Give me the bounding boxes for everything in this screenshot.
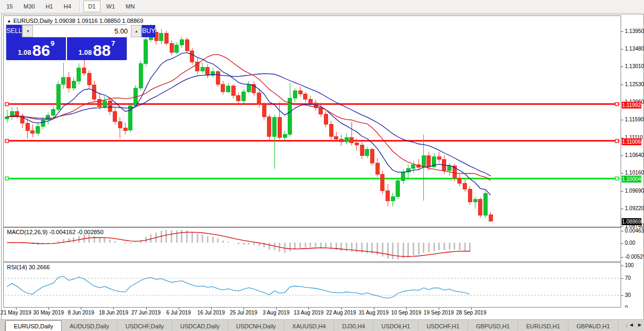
- chart-tab-dj30-h4[interactable]: DJ30,H4: [334, 321, 374, 331]
- date-label: 31 Aug 2019: [359, 310, 389, 316]
- buy-price-pip: 7: [111, 40, 115, 47]
- price-tick-label: 1.11590: [625, 117, 643, 122]
- chart-tab-audusd-daily[interactable]: AUDUSD,Daily: [62, 321, 118, 331]
- timeframe-button-mn[interactable]: MN: [121, 1, 139, 12]
- chart-tab-gbpusd-h1[interactable]: GBPUSD,H1: [468, 321, 518, 331]
- tab-scroll-right-icon[interactable]: ▶: [635, 320, 644, 330]
- price-tick-mark: [621, 67, 623, 67]
- price-tick-mark: [621, 31, 623, 32]
- price-tick-mark: [621, 120, 623, 120]
- date-label: 10 Sep 2019: [391, 310, 421, 316]
- chart-tab-usdchf-daily[interactable]: USDCHF,Daily: [118, 321, 172, 331]
- line-handle[interactable]: [5, 103, 9, 106]
- date-label: 21 May 2019: [1, 310, 31, 316]
- rsi-tick-mark: [621, 266, 623, 266]
- macd-tick-label: 0.00: [625, 240, 635, 246]
- date-label: 16 Jul 2019: [197, 310, 225, 316]
- chart-tab-xauusd-h4[interactable]: XAUUSD,H4: [285, 321, 334, 331]
- timeframe-button-d1[interactable]: D1: [83, 1, 101, 12]
- timeframe-button-w1[interactable]: W1: [102, 1, 120, 12]
- rsi-line: [7, 276, 470, 298]
- price-tick-mark: [621, 226, 623, 227]
- macd-indicator-label: MACD(12,26,9) -0.004162 -0.002850: [7, 229, 104, 235]
- volume-decrease-icon[interactable]: ▼: [22, 25, 33, 37]
- price-tick-label: 1.13950: [625, 28, 644, 34]
- buy-price-big: 88: [93, 43, 111, 58]
- price-tick-mark: [621, 191, 623, 192]
- chart-window: ▲EURUSD,Daily 1.09038 1.09116 1.08850 1.…: [1, 14, 644, 320]
- one-click-trading-panel: SELL ▼ ▲ BUY 1.08869 1.08887: [6, 24, 127, 60]
- date-label: 22 Aug 2019: [326, 310, 356, 316]
- tab-scroll-arrows: ◀ ▶: [627, 320, 644, 331]
- date-label: 27 Jun 2019: [131, 310, 161, 316]
- macd-tick-label: -0.005299: [625, 254, 644, 260]
- timeframe-button-15[interactable]: 15: [2, 1, 18, 12]
- date-label: 6 Jul 2019: [166, 310, 191, 316]
- horizontal-line-1.11006[interactable]: [5, 139, 620, 143]
- date-label: 13 Aug 2019: [294, 310, 323, 316]
- date-label: 8 Jun 2019: [68, 310, 95, 316]
- price-tick-mark: [621, 49, 623, 49]
- price-tick-mark: [621, 173, 623, 173]
- date-label: 3 Aug 2019: [263, 310, 290, 316]
- rsi-tick-mark: [621, 278, 623, 279]
- price-tick-label: 1.10640: [625, 152, 644, 158]
- price-tick-mark: [621, 209, 623, 209]
- chart-title: ▲EURUSD,Daily 1.09038 1.09116 1.08850 1.…: [7, 18, 143, 24]
- macd-tick-mark: [621, 257, 623, 258]
- rsi-tick-label: 30: [625, 292, 631, 298]
- chart-tab-usdcnh-daily[interactable]: USDCNH,Daily: [228, 321, 285, 331]
- sell-button[interactable]: SELL: [6, 25, 22, 37]
- rsi-indicator-label: RSI(14) 30.2666: [7, 264, 50, 270]
- price-tag-1.11992: 1.11992: [622, 102, 641, 109]
- date-label: 25 Jul 2019: [230, 310, 257, 316]
- price-tick-label: 1.13010: [625, 63, 644, 69]
- macd-tick-mark: [621, 231, 623, 231]
- chart-tab-usdoil-h1[interactable]: USDOil,H1: [373, 321, 419, 331]
- date-label: 18 Jun 2019: [99, 310, 128, 316]
- timeframe-button-h4[interactable]: H4: [59, 1, 76, 12]
- rsi-pane[interactable]: [3, 262, 621, 308]
- trading-platform-window: 15M30H1H4D1W1MN ▲EURUSD,Daily 1.09038 1.…: [0, 0, 644, 331]
- chart-tab-eurusd-daily[interactable]: EURUSD,Daily: [5, 320, 62, 331]
- chart-tab-usdchf-h1[interactable]: USDCHF,H1: [419, 321, 468, 331]
- line-handle[interactable]: [5, 177, 9, 180]
- volume-input[interactable]: [33, 25, 131, 37]
- price-tick-mark: [621, 85, 623, 85]
- price-tick-mark: [621, 155, 623, 156]
- price-tick-label: 1.10160: [625, 170, 644, 176]
- date-label: 30 May 2019: [33, 310, 64, 316]
- sell-price-pip: 9: [51, 40, 54, 47]
- buy-price-display[interactable]: 1.08887: [67, 37, 127, 60]
- date-label: 19 Sep 2019: [424, 310, 454, 316]
- volume-increase-icon[interactable]: ▲: [131, 25, 141, 37]
- date-label: 28 Sep 2019: [456, 310, 487, 316]
- timeframe-button-m30[interactable]: M30: [19, 1, 39, 12]
- rsi-tick-label: 70: [625, 275, 631, 281]
- collapse-arrow-icon[interactable]: ▲: [7, 19, 11, 23]
- price-tick-label: 1.12530: [625, 81, 644, 87]
- rsi-canvas: [4, 263, 621, 307]
- sell-price-display[interactable]: 1.08869: [6, 37, 66, 60]
- price-tick-label: 1.13480: [625, 46, 644, 52]
- macd-tick-mark: [621, 243, 623, 244]
- buy-button[interactable]: BUY: [142, 25, 155, 37]
- timeframe-button-h1[interactable]: H1: [41, 1, 58, 12]
- chart-tab-eurusd-h1[interactable]: EURUSD,H1: [518, 321, 568, 331]
- horizontal-line-1.10004[interactable]: [5, 177, 620, 180]
- price-tag-1.11006: 1.11006: [622, 138, 641, 145]
- sell-price-base: 1.08: [18, 47, 31, 58]
- tab-bar-grip: [0, 322, 5, 331]
- date-axis: 21 May 201930 May 20198 Jun 201918 Jun 2…: [3, 308, 642, 318]
- chart-tab-gbpaud-h1[interactable]: GBPAUD,H1: [568, 321, 618, 331]
- tab-scroll-left-icon[interactable]: ◀: [627, 320, 635, 330]
- timeframe-toolbar: 15M30H1H4D1W1MN: [0, 0, 644, 13]
- volume-spinner: ▼ ▲: [22, 25, 142, 37]
- price-tick-label: 1.09220: [625, 205, 644, 211]
- macd-signal-line: [7, 232, 470, 256]
- chart-tab-usdcad-daily[interactable]: USDCAD,Daily: [172, 321, 228, 331]
- rsi-tick-label: 100: [625, 262, 634, 268]
- price-tag-1.08869: 1.08869: [622, 218, 641, 225]
- line-handle[interactable]: [5, 139, 9, 143]
- toolbar-separator: [79, 1, 80, 12]
